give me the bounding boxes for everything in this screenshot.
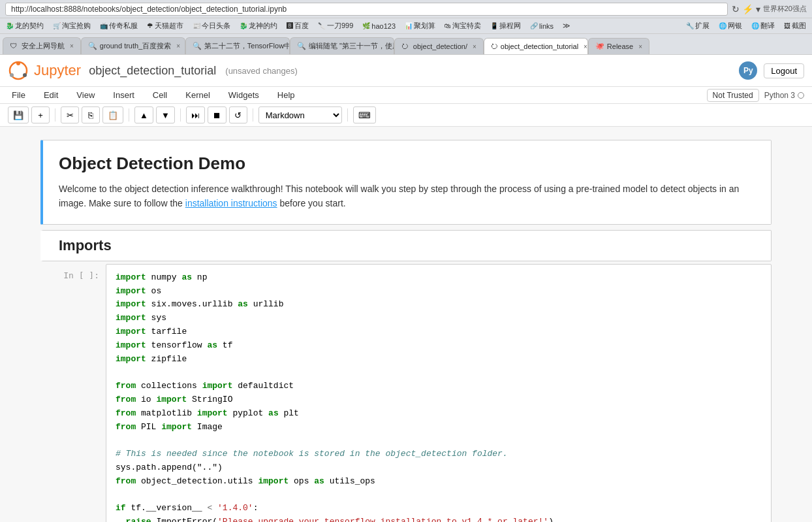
bookmark-dragon[interactable]: 🐉龙神的约 [236, 20, 281, 31]
tab-favicon-31: 🔍 [297, 42, 306, 51]
svg-point-1 [16, 61, 20, 65]
toolbar-separator-2 [129, 108, 129, 122]
svg-point-3 [23, 73, 27, 77]
tab-favicon-gt: 🔍 [88, 42, 97, 51]
tab-label-release: Release [607, 42, 633, 50]
cell-label: In [ ]: [40, 264, 106, 522]
bookmark-tianmao[interactable]: 🌩天猫超市 [144, 20, 187, 31]
bookmark-hao123[interactable]: 🌿hao123 [359, 22, 399, 31]
tab-close-gt[interactable]: × [176, 42, 180, 50]
bookmark-toutiao[interactable]: 📰今日头条 [189, 20, 234, 31]
kernel-info: Python 3 [764, 91, 804, 100]
tab-close-release[interactable]: × [638, 43, 642, 50]
bookmark-screenshot[interactable]: 🖼截图 [781, 20, 809, 31]
tab-release[interactable]: 🐙 Release × [588, 38, 649, 54]
bookmark-chuanqi[interactable]: 📺传奇私服 [97, 20, 141, 31]
not-trusted-button[interactable]: Not Trusted [707, 89, 759, 102]
tab-31[interactable]: 🔍 编辑随笔 "第三十一节，使用… × [290, 37, 394, 54]
save-button[interactable]: 💾 [8, 106, 29, 123]
tab-label-31: 编辑随笔 "第三十一节，使用… [309, 41, 394, 51]
kernel-label: Python 3 [764, 91, 795, 100]
keyboard-shortcuts-button[interactable]: ⌨ [353, 106, 376, 123]
bookmark-netbank[interactable]: 🌐网银 [715, 20, 745, 31]
toolbar: 💾 + ✂ ⎘ 📋 ▲ ▼ ⏭ ⏹ ↺ Markdown Code Raw NB… [0, 104, 812, 127]
jupyter-header: Jupyter object_detection_tutorial (unsav… [0, 55, 812, 87]
copy-button[interactable]: ⎘ [82, 106, 100, 123]
menu-file[interactable]: File [8, 88, 29, 102]
tab-label-detection: object_detection/ [413, 42, 467, 50]
logout-button[interactable]: Logout [764, 63, 804, 78]
menu-widgets[interactable]: Widgets [225, 88, 263, 102]
bookmark-more[interactable]: ≫ [559, 21, 574, 31]
stop-button[interactable]: ⏹ [208, 106, 226, 123]
tab-close-tutorial[interactable]: × [584, 43, 587, 50]
menu-edit[interactable]: Edit [40, 88, 62, 102]
svg-point-2 [10, 73, 14, 77]
intro-text-before: Welcome to the object detection inferenc… [59, 184, 739, 208]
tab-favicon-22: 🔍 [193, 42, 202, 51]
move-down-button[interactable]: ▼ [156, 106, 175, 123]
bookmark-links[interactable]: 🔗links [527, 22, 557, 31]
installation-link[interactable]: installation instructions [185, 198, 277, 208]
cell-type-select[interactable]: Markdown Code Raw NBConvert Heading [258, 106, 342, 123]
python-icon: Py [739, 61, 757, 80]
tab-label-safety: 安全上网导航 [22, 41, 65, 51]
reload-icon[interactable]: ↻ [732, 4, 740, 14]
cut-button[interactable]: ✂ [61, 106, 79, 123]
tab-ground-truth[interactable]: 🔍 ground truth_百度搜索 × [81, 37, 185, 54]
menu-kernel[interactable]: Kernel [181, 88, 214, 102]
bookmark-caocheng[interactable]: 📱操程网 [487, 20, 524, 31]
menu-view[interactable]: View [72, 88, 99, 102]
move-up-button[interactable]: ▲ [134, 106, 153, 123]
tab-label-gt: ground truth_百度搜索 [100, 41, 171, 51]
bookmark-translate[interactable]: 🌐翻译 [748, 20, 778, 31]
tab-22[interactable]: 🔍 第二十二节，TensorFlow中B × [185, 37, 290, 54]
tab-label-tutorial: object_detection_tutorial [501, 42, 578, 50]
imports-heading: Imports [59, 237, 755, 254]
menu-cell[interactable]: Cell [149, 88, 171, 102]
intro-cell: Object Detection Demo Welcome to the obj… [40, 140, 772, 225]
toolbar-separator-5 [347, 108, 348, 122]
bookmark-temai[interactable]: 🛍淘宝特卖 [441, 20, 484, 31]
bookmark-taobao[interactable]: 🛒淘宝抢购 [50, 20, 94, 31]
menu-bar: File Edit View Insert Cell Kernel Widget… [0, 87, 812, 104]
bookmark-extensions[interactable]: 🔧扩展 [683, 20, 713, 31]
paste-button[interactable]: 📋 [102, 106, 123, 123]
tab-favicon-detection: ⭮ [401, 42, 411, 51]
menu-insert[interactable]: Insert [109, 88, 138, 102]
restart-button[interactable]: ↺ [229, 106, 247, 123]
run-next-button[interactable]: ⏭ [186, 106, 205, 123]
notebook-name: object_detection_tutorial [89, 64, 216, 78]
intro-text: Welcome to the object detection inferenc… [59, 182, 755, 211]
tab-tutorial[interactable]: ⭮ object_detection_tutorial × [484, 38, 588, 54]
unsaved-label: (unsaved changes) [225, 66, 298, 76]
bookmark-longdeqi[interactable]: 🐉龙的契约 [3, 20, 47, 31]
add-cell-button[interactable]: + [31, 106, 50, 123]
toolbar-separator-3 [180, 108, 181, 122]
tab-favicon-release: 🐙 [595, 42, 604, 51]
toolbar-separator-4 [253, 108, 253, 122]
code-area[interactable]: import numpy as np import os import six.… [106, 264, 772, 522]
tab-favicon-safety: 🛡 [10, 42, 19, 51]
code-cell-imports: In [ ]: import numpy as np import os imp… [40, 264, 772, 522]
kernel-circle [798, 92, 804, 99]
jupyter-logo-svg [8, 60, 29, 81]
extension-icon[interactable]: ⚡ [742, 4, 753, 14]
bookmarks-bar: 🐉龙的契约 🛒淘宝抢购 📺传奇私服 🌩天猫超市 📰今日头条 🐉龙神的约 🅱百度 … [0, 18, 812, 34]
dropdown-icon[interactable]: ▾ [756, 4, 760, 14]
browser-url[interactable]: http://localhost:8888/notebooks/object_d… [5, 3, 728, 16]
tab-close-safety[interactable]: × [70, 42, 74, 50]
tab-safety[interactable]: 🛡 安全上网导航 × [3, 37, 81, 54]
menu-help[interactable]: Help [273, 88, 299, 102]
jupyter-right: Py Logout [739, 61, 804, 80]
tab-favicon-tutorial: ⭮ [491, 42, 498, 51]
cell-container: Object Detection Demo Welcome to the obj… [27, 140, 785, 522]
world-text: 世界杯20强点 [763, 4, 807, 14]
tabs-bar: 🛡 安全上网导航 × 🔍 ground truth_百度搜索 × 🔍 第二十二节… [0, 34, 812, 55]
bookmark-baidu[interactable]: 🅱百度 [283, 20, 312, 31]
notebook-title: Object Detection Demo [59, 154, 755, 174]
tab-detection[interactable]: ⭮ object_detection/ × [394, 38, 484, 54]
bookmark-yidao[interactable]: 🔪一刀999 [315, 20, 356, 31]
bookmark-juhua[interactable]: 📊聚划算 [401, 20, 439, 31]
tab-close-detection[interactable]: × [473, 43, 476, 50]
